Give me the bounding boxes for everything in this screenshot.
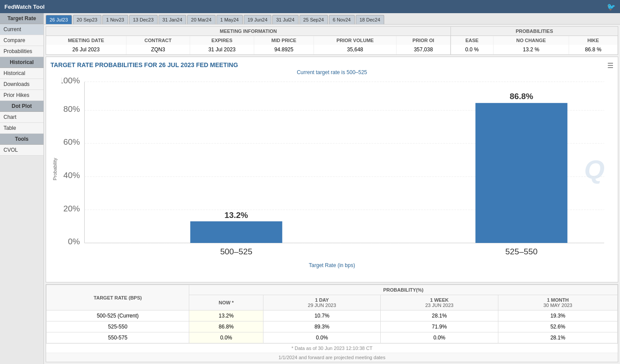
col-prior-oi: PRIOR OI: [397, 36, 451, 45]
meeting-info-header: MEETING INFORMATION: [46, 27, 451, 36]
meeting-probabilities-panel: MEETING INFORMATION MEETING DATE CONTRAC…: [46, 26, 618, 55]
probabilities-row: 0.0 % 13.2 % 86.8 %: [451, 45, 618, 54]
meeting-tabs: 26 Jul23 20 Sep23 1 Nov23 13 Dec23 31 Ja…: [44, 13, 620, 25]
bar-500-525: [190, 221, 282, 243]
svg-text:40%: 40%: [63, 171, 80, 180]
col-probability-header: PROBABILITY(%): [189, 285, 618, 295]
expires-value: 31 Jul 2023: [190, 45, 254, 54]
svg-text:13.2%: 13.2%: [224, 211, 248, 220]
now-550-575: 0.0%: [189, 332, 263, 343]
contract-value: ZQN3: [126, 45, 190, 54]
chart-svg: 0% 20% 40% 60% 80% 100% 13.2% 86.8%: [61, 77, 613, 261]
svg-text:80%: 80%: [63, 104, 80, 114]
tab-1nov23[interactable]: 1 Nov23: [102, 15, 128, 24]
col-ease: EASE: [451, 36, 493, 45]
week1-550-575: 0.0%: [381, 332, 498, 343]
col-no-change: NO CHANGE: [493, 36, 569, 45]
tab-18dec24[interactable]: 18 Dec24: [356, 15, 384, 24]
bar-525-550: [476, 103, 568, 243]
y-axis-label: Probability: [52, 158, 58, 180]
col-target-rate-header: TARGET RATE (BPS): [47, 285, 189, 310]
table-row-500-525: 500-525 (Current) 13.2% 10.7% 28.1% 19.3…: [47, 310, 618, 321]
twitter-icon[interactable]: 🐦: [607, 3, 616, 11]
svg-text:86.8%: 86.8%: [510, 92, 533, 101]
tab-25sep24[interactable]: 25 Sep24: [299, 15, 328, 24]
x-axis-label: Target Rate (in bps): [50, 262, 613, 268]
meeting-date-value: 26 Jul 2023: [46, 45, 126, 54]
menu-icon[interactable]: ☰: [607, 61, 613, 70]
col-1day-header: 1 DAY29 JUN 2023: [263, 295, 380, 310]
sidebar-item-compare[interactable]: Compare: [0, 35, 43, 46]
rate-550-575: 550-575: [47, 332, 189, 343]
sidebar-item-table[interactable]: Table: [0, 123, 43, 134]
tab-31jul24[interactable]: 31 Jul24: [272, 15, 299, 24]
col-1month-header: 1 MONTH30 MAY 2023: [498, 295, 617, 310]
main-content: 26 Jul23 20 Sep23 1 Nov23 13 Dec23 31 Ja…: [44, 13, 620, 364]
sidebar-item-cvol[interactable]: CVOL: [0, 145, 43, 156]
col-expires: EXPIRES: [190, 36, 254, 45]
mid-price-value: 94.8925: [254, 45, 314, 54]
svg-text:100%: 100%: [61, 77, 80, 85]
sidebar-item-chart[interactable]: Chart: [0, 112, 43, 123]
projected-note: 1/1/2024 and forward are projected meeti…: [46, 353, 618, 362]
app-title: FedWatch Tool: [4, 4, 45, 10]
month1-550-575: 28.1%: [498, 332, 617, 343]
chart-area: TARGET RATE PROBABILITIES FOR 26 JUL 202…: [46, 57, 618, 282]
sidebar-section-tools[interactable]: Tools: [0, 134, 43, 145]
prior-volume-value: 35,648: [314, 45, 397, 54]
probabilities-header: PROBABILITIES: [451, 27, 618, 36]
rate-525-550: 525-550: [47, 321, 189, 332]
ease-value: 0.0 %: [451, 45, 493, 54]
tab-26jul23[interactable]: 26 Jul23: [46, 15, 72, 24]
col-hike: HIKE: [569, 36, 617, 45]
rate-500-525: 500-525 (Current): [47, 310, 189, 321]
sidebar-item-prior-hikes[interactable]: Prior Hikes: [0, 90, 43, 101]
tab-1may24[interactable]: 1 May24: [216, 15, 243, 24]
probability-table: TARGET RATE (BPS) PROBABILITY(%) NOW * 1…: [46, 285, 618, 343]
now-525-550: 86.8%: [189, 321, 263, 332]
day1-525-550: 89.3%: [263, 321, 380, 332]
month1-525-550: 52.6%: [498, 321, 617, 332]
svg-text:500–525: 500–525: [220, 247, 252, 256]
probabilities-table: EASE NO CHANGE HIKE 0.0 % 13.2 % 86.8 %: [451, 36, 618, 54]
table-row-550-575: 550-575 0.0% 0.0% 0.0% 28.1%: [47, 332, 618, 343]
meeting-info-table: MEETING DATE CONTRACT EXPIRES MID PRICE …: [46, 36, 451, 54]
table-row-525-550: 525-550 86.8% 89.3% 71.9% 52.6%: [47, 321, 618, 332]
sidebar-item-historical[interactable]: Historical: [0, 68, 43, 79]
hike-value: 86.8 %: [569, 45, 617, 54]
app-header: FedWatch Tool 🐦: [0, 0, 620, 13]
prior-oi-value: 357,038: [397, 45, 451, 54]
svg-text:525–550: 525–550: [505, 247, 537, 256]
no-change-value: 13.2 %: [493, 45, 569, 54]
meeting-info-row: 26 Jul 2023 ZQN3 31 Jul 2023 94.8925 35,…: [46, 45, 451, 54]
day1-550-575: 0.0%: [263, 332, 380, 343]
tab-20sep23[interactable]: 20 Sep23: [73, 15, 101, 24]
tab-19jun24[interactable]: 19 Jun24: [244, 15, 271, 24]
probabilities-section: PROBABILITIES EASE NO CHANGE HIKE 0.0 % …: [451, 27, 618, 54]
sidebar: Target Rate Current Compare Probabilitie…: [0, 13, 44, 364]
sidebar-item-current[interactable]: Current: [0, 24, 43, 35]
col-prior-volume: PRIOR VOLUME: [314, 36, 397, 45]
footnote: * Data as of 30 Jun 2023 12:10:38 CT: [46, 343, 618, 353]
meeting-info-section: MEETING INFORMATION MEETING DATE CONTRAC…: [46, 27, 451, 54]
week1-525-550: 71.9%: [381, 321, 498, 332]
svg-text:0%: 0%: [68, 237, 80, 246]
day1-500-525: 10.7%: [263, 310, 380, 321]
sidebar-section-target-rate[interactable]: Target Rate: [0, 13, 43, 24]
svg-text:60%: 60%: [63, 137, 80, 146]
col-now-header: NOW *: [189, 295, 263, 310]
tab-13dec23[interactable]: 13 Dec23: [129, 15, 158, 24]
tab-6nov24[interactable]: 6 Nov24: [329, 15, 355, 24]
sidebar-section-dot-plot[interactable]: Dot Plot: [0, 101, 43, 112]
col-contract: CONTRACT: [126, 36, 190, 45]
month1-500-525: 19.3%: [498, 310, 617, 321]
svg-text:20%: 20%: [63, 204, 80, 213]
tab-31jan24[interactable]: 31 Jan24: [159, 15, 186, 24]
sidebar-section-historical[interactable]: Historical: [0, 57, 43, 68]
tab-20mar24[interactable]: 20 Mar24: [187, 15, 215, 24]
col-meeting-date: MEETING DATE: [46, 36, 126, 45]
sidebar-item-probabilities[interactable]: Probabilities: [0, 46, 43, 57]
sidebar-item-downloads[interactable]: Downloads: [0, 79, 43, 90]
chart-title: TARGET RATE PROBABILITIES FOR 26 JUL 202…: [50, 61, 613, 68]
bottom-table-container: TARGET RATE (BPS) PROBABILITY(%) NOW * 1…: [46, 284, 618, 362]
